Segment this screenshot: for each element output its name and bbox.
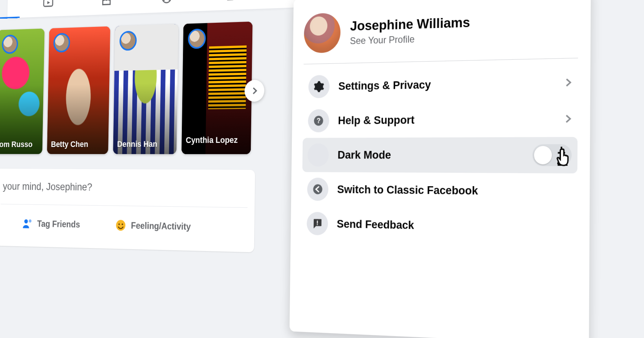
- switch-classic-item[interactable]: Switch to Classic Facebook: [302, 172, 577, 210]
- svg-point-6: [116, 220, 126, 231]
- see-profile-label: See Your Profile: [350, 32, 470, 46]
- dark-mode-toggle[interactable]: [532, 144, 572, 166]
- story-author: om Russo: [0, 140, 39, 149]
- story-author: Dennis Han: [117, 140, 173, 149]
- story-author: Cynthia Lopez: [186, 135, 247, 145]
- svg-point-4: [24, 219, 28, 223]
- story-card[interactable]: Betty Chen: [47, 26, 110, 154]
- settings-privacy-item[interactable]: Settings & Privacy: [303, 64, 578, 104]
- gaming-icon[interactable]: [221, 0, 237, 3]
- help-support-item[interactable]: ? Help & Support: [303, 100, 578, 138]
- feeling-icon: [115, 219, 127, 232]
- cursor-icon: [554, 145, 573, 168]
- svg-text:?: ?: [316, 117, 321, 125]
- svg-point-11: [313, 184, 322, 194]
- video-icon[interactable]: [41, 0, 55, 10]
- feeling-label: Feeling/Activity: [131, 220, 191, 232]
- user-name: Josephine Williams: [350, 14, 470, 34]
- arrow-left-icon: [307, 178, 329, 201]
- account-menu-panel: Josephine Williams See Your Profile Sett…: [290, 0, 591, 338]
- profile-link[interactable]: Josephine Williams See Your Profile: [304, 2, 578, 55]
- avatar: [304, 13, 341, 53]
- feed-area: om Russo Betty Chen Dennis Han Cynthia L…: [1, 13, 286, 337]
- toggle-knob: [534, 146, 552, 165]
- tag-friends-label: Tag Friends: [37, 219, 80, 230]
- question-icon: ?: [308, 109, 329, 132]
- moon-icon: [307, 143, 329, 166]
- marketplace-icon[interactable]: [99, 0, 114, 8]
- svg-rect-13: [317, 224, 318, 225]
- story-author: Betty Chen: [51, 140, 105, 149]
- divider: [304, 58, 578, 65]
- svg-point-5: [29, 219, 31, 223]
- send-feedback-item[interactable]: Send Feedback: [302, 206, 577, 247]
- svg-rect-12: [317, 220, 318, 223]
- feedback-icon: [307, 212, 328, 235]
- composer-prompt[interactable]: your mind, Josephine?: [3, 181, 92, 193]
- story-card[interactable]: om Russo: [0, 28, 45, 154]
- menu-label: Switch to Classic Facebook: [337, 183, 478, 198]
- groups-icon[interactable]: [159, 0, 174, 6]
- gear-icon: [308, 75, 329, 98]
- tag-friends-button[interactable]: Tag Friends: [22, 212, 80, 236]
- tag-friends-icon: [22, 217, 33, 230]
- feeling-activity-button[interactable]: Feeling/Activity: [115, 214, 191, 238]
- menu-label: Help & Support: [338, 113, 415, 127]
- active-tab-underline: [0, 16, 20, 19]
- post-composer: your mind, Josephine? Tag Friends Feelin…: [0, 169, 255, 252]
- menu-label: Send Feedback: [337, 217, 414, 232]
- story-card[interactable]: Cynthia Lopez: [181, 22, 253, 154]
- divider: [1, 204, 247, 208]
- chevron-right-icon: [562, 76, 574, 88]
- menu-label: Settings & Privacy: [338, 78, 431, 93]
- story-card[interactable]: Dennis Han: [113, 24, 178, 154]
- stories-next-button[interactable]: [244, 80, 265, 102]
- dark-mode-item[interactable]: Dark Mode: [302, 137, 578, 173]
- menu-label: Dark Mode: [338, 148, 391, 162]
- chevron-right-icon: [562, 113, 574, 125]
